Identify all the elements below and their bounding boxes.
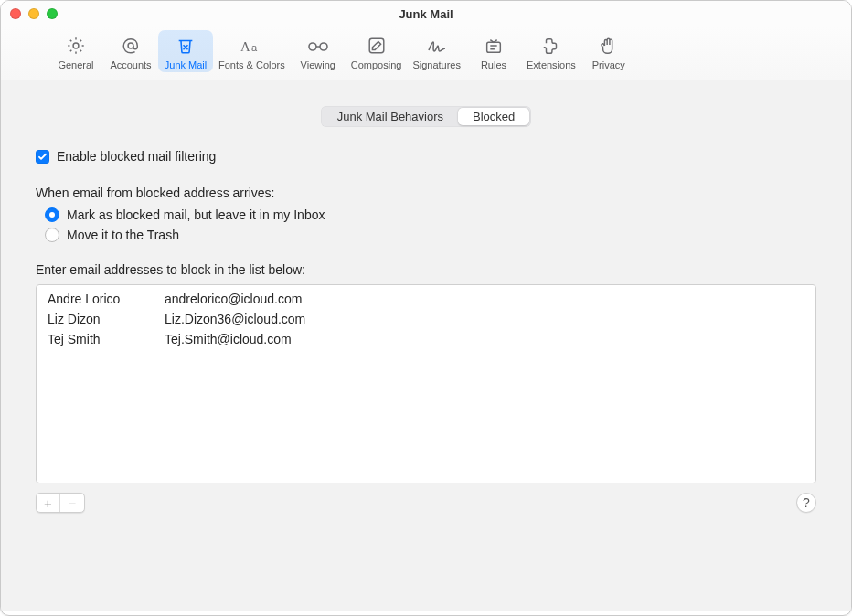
blocked-action-radio-group: Mark as blocked mail, but leave it in my…	[36, 207, 816, 242]
rules-icon	[482, 34, 506, 58]
add-remove-control: + −	[36, 493, 85, 513]
toolbar: General Accounts Junk Mail	[1, 27, 851, 80]
list-controls: + − ?	[36, 493, 816, 513]
minus-icon: −	[69, 495, 77, 511]
plus-icon: +	[44, 495, 52, 511]
glasses-icon	[306, 34, 330, 58]
traffic-lights	[10, 8, 58, 19]
help-button[interactable]: ?	[796, 493, 816, 513]
content-area: Junk Mail Behaviors Blocked Enable block…	[1, 80, 851, 611]
enter-addresses-label: Enter email addresses to block in the li…	[36, 262, 816, 277]
blocked-name: Andre Lorico	[37, 292, 165, 306]
toolbar-label: Privacy	[592, 59, 625, 70]
blocked-settings: Enable blocked mail filtering When email…	[19, 149, 833, 513]
toolbar-accounts[interactable]: Accounts	[103, 30, 158, 72]
tab-switcher: Junk Mail Behaviors Blocked	[19, 106, 833, 127]
svg-point-1	[128, 43, 133, 48]
toolbar-general[interactable]: General	[48, 30, 103, 72]
toolbar-fonts-colors[interactable]: A a Fonts & Colors	[213, 30, 291, 72]
toolbar-label: Rules	[481, 59, 506, 70]
svg-point-4	[309, 43, 316, 50]
preferences-window: Junk Mail General Accounts	[0, 0, 852, 616]
help-icon: ?	[803, 495, 810, 510]
toolbar-signatures[interactable]: Signatures	[407, 30, 466, 72]
hand-icon	[597, 34, 621, 58]
tab-junk-behaviors[interactable]: Junk Mail Behaviors	[323, 108, 458, 125]
toolbar-label: Viewing	[301, 59, 335, 70]
close-window-button[interactable]	[10, 8, 21, 19]
toolbar-rules[interactable]: Rules	[466, 30, 521, 72]
svg-text:A: A	[240, 40, 250, 55]
minimize-window-button[interactable]	[28, 8, 39, 19]
toolbar-composing[interactable]: Composing	[346, 30, 408, 72]
gear-icon	[64, 34, 88, 58]
enable-blocked-filtering-label: Enable blocked mail filtering	[57, 149, 216, 164]
svg-text:a: a	[251, 43, 258, 54]
blocked-name: Tej Smith	[37, 332, 165, 346]
list-item[interactable]: Andre Lorico andrelorico@icloud.com	[37, 289, 815, 309]
enable-blocked-filtering-row: Enable blocked mail filtering	[36, 149, 816, 164]
blocked-name: Liz Dizon	[37, 312, 165, 326]
tab-blocked[interactable]: Blocked	[458, 108, 529, 125]
toolbar-label: Composing	[351, 59, 402, 70]
toolbar-label: Signatures	[412, 59, 461, 70]
toolbar-label: Accounts	[110, 59, 151, 70]
remove-button[interactable]: −	[60, 494, 84, 512]
toolbar-viewing[interactable]: Viewing	[291, 30, 346, 72]
radio-mark-blocked-label: Mark as blocked mail, but leave it in my…	[67, 207, 325, 222]
toolbar-label: Fonts & Colors	[218, 59, 285, 70]
list-item[interactable]: Liz Dizon Liz.Dizon36@icloud.com	[37, 309, 815, 329]
when-arrives-label: When email from blocked address arrives:	[36, 186, 816, 200]
puzzle-icon	[539, 34, 563, 58]
blocked-email: andrelorico@icloud.com	[165, 292, 302, 306]
titlebar: Junk Mail	[1, 1, 851, 27]
at-sign-icon	[119, 34, 143, 58]
signature-icon	[425, 34, 449, 58]
svg-rect-6	[369, 38, 384, 53]
fonts-icon: A a	[240, 34, 263, 58]
junk-mail-icon	[174, 34, 197, 58]
compose-icon	[365, 34, 389, 58]
blocked-addresses-list[interactable]: Andre Lorico andrelorico@icloud.com Liz …	[36, 284, 816, 483]
enable-blocked-filtering-checkbox[interactable]	[36, 150, 49, 164]
radio-move-trash[interactable]	[45, 228, 59, 242]
toolbar-extensions[interactable]: Extensions	[521, 30, 581, 72]
toolbar-junk-mail[interactable]: Junk Mail	[158, 30, 213, 72]
svg-point-5	[320, 43, 327, 50]
window-title: Junk Mail	[1, 7, 851, 21]
toolbar-label: Extensions	[527, 59, 576, 70]
radio-move-trash-label: Move it to the Trash	[67, 228, 179, 242]
blocked-email: Liz.Dizon36@icloud.com	[165, 312, 305, 326]
toolbar-label: Junk Mail	[165, 59, 207, 70]
toolbar-privacy[interactable]: Privacy	[581, 30, 636, 72]
add-button[interactable]: +	[37, 494, 60, 512]
list-item[interactable]: Tej Smith Tej.Smith@icloud.com	[37, 329, 815, 349]
radio-mark-blocked[interactable]	[45, 207, 59, 222]
blocked-email: Tej.Smith@icloud.com	[165, 332, 292, 346]
toolbar-label: General	[58, 59, 93, 70]
svg-point-0	[73, 43, 79, 48]
svg-rect-7	[487, 42, 501, 52]
zoom-window-button[interactable]	[47, 8, 58, 19]
